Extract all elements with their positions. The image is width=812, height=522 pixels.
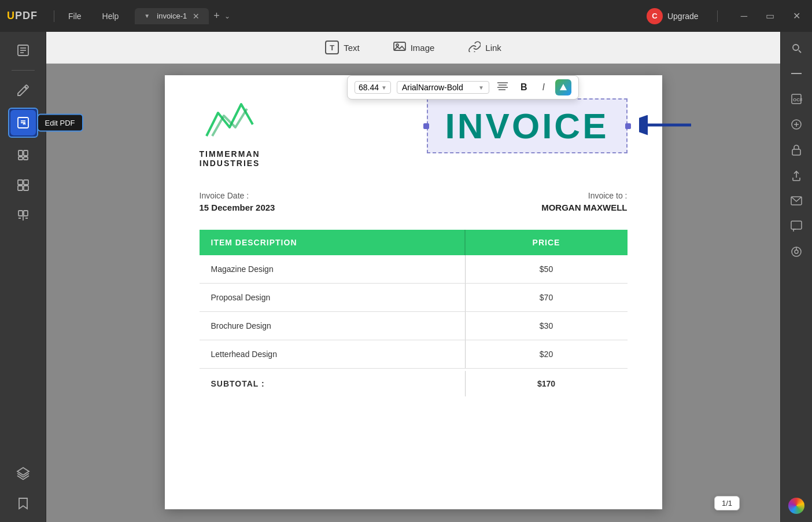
invoice-date-value: 15 December 2023 [200, 203, 275, 212]
tab-name: invoice-1 [157, 12, 187, 20]
logo-svg [201, 98, 259, 145]
company-name: TIMMERMAN INDUSTRIES [200, 149, 260, 168]
sidebar-item-convert[interactable] [10, 203, 36, 228]
svg-rect-11 [18, 180, 23, 185]
invoice-date-section: Invoice Date : 15 December 2023 [200, 191, 275, 212]
table-cell-price-1: $50 [466, 255, 628, 283]
theme-icon [788, 498, 804, 514]
font-size-dropdown-icon[interactable]: ▼ [381, 84, 387, 91]
app-logo: UPDF [7, 10, 38, 22]
right-save-icon[interactable] [786, 241, 807, 262]
svg-rect-15 [19, 211, 23, 216]
table-header-price: PRICE [466, 230, 628, 255]
table-row: Magazine Design $50 [200, 255, 628, 284]
sidebar-item-layers[interactable] [10, 461, 36, 486]
selection-handle-left [423, 123, 429, 129]
font-name-selector[interactable]: ArialNarrow-Bold ▼ [397, 81, 489, 94]
sidebar-item-reader[interactable] [10, 38, 36, 63]
arrow-decoration [639, 111, 697, 142]
italic-button[interactable]: I [538, 81, 549, 94]
table-row: Brochure Design $30 [200, 312, 628, 340]
menu-file[interactable]: File [64, 9, 86, 23]
left-sidebar: Edit PDF [0, 32, 46, 522]
right-lock-icon[interactable] [786, 139, 807, 160]
tab-add-icon[interactable]: + [213, 10, 220, 22]
svg-rect-9 [19, 157, 23, 160]
menu-help[interactable]: Help [98, 9, 124, 23]
minimize-button[interactable]: ─ [736, 9, 752, 24]
right-colorful-icon[interactable] [786, 495, 807, 516]
right-panel-bottom [786, 495, 807, 516]
image-tool-icon [393, 41, 406, 55]
table-header-description: ITEM DESCRIPTION [200, 230, 466, 255]
bold-button[interactable]: B [516, 81, 532, 94]
svg-rect-10 [24, 157, 28, 160]
right-search-icon[interactable] [786, 38, 807, 58]
table-row: Letterhead Design $20 [200, 340, 628, 369]
title-menu: File Help [64, 9, 123, 23]
svg-line-27 [799, 50, 801, 53]
svg-point-39 [795, 250, 798, 253]
invoice-title: INVOICE [445, 105, 609, 146]
invoice-title-box[interactable]: INVOICE [427, 98, 628, 153]
invoice-to-value: MORGAN MAXWELL [541, 203, 627, 212]
pdf-page: TIMMERMAN INDUSTRIES INVOICE [165, 75, 662, 509]
subtotal-value: $170 [466, 371, 628, 396]
right-share-icon[interactable] [786, 165, 807, 186]
main-layout: Edit PDF [0, 32, 812, 522]
table-cell-desc-2: Proposal Design [200, 284, 466, 311]
titlebar: UPDF File Help ▼ invoice-1 ✕ + ⌄ C Upgra… [0, 0, 812, 32]
color-picker-button[interactable] [555, 79, 571, 95]
edit-pdf-tooltip: Edit PDF [37, 114, 83, 132]
sidebar-bottom [10, 461, 36, 516]
table-cell-price-3: $30 [466, 312, 628, 340]
table-row: Proposal Design $70 [200, 284, 628, 312]
subtotal-label: SUBTOTAL : [200, 371, 466, 396]
svg-rect-14 [24, 186, 28, 190]
right-comment-icon[interactable] [786, 216, 807, 237]
selection-handle-right [625, 123, 631, 129]
invoice-table: ITEM DESCRIPTION PRICE Magazine Design $… [200, 230, 628, 396]
toolbar: T Text Image [46, 32, 780, 64]
tab-dropdown-icon: ▼ [144, 13, 150, 19]
text-align-button[interactable] [495, 80, 510, 95]
toolbar-text-btn[interactable]: T Text [317, 37, 368, 58]
pdf-header: TIMMERMAN INDUSTRIES INVOICE [200, 98, 628, 168]
pdf-canvas[interactable]: TIMMERMAN INDUSTRIES INVOICE [46, 64, 780, 522]
sidebar-item-bookmark[interactable] [10, 491, 36, 516]
close-button[interactable]: ✕ [788, 8, 805, 24]
tab-scroll-icon[interactable]: ⌄ [224, 12, 230, 20]
sidebar-item-organize[interactable] [10, 172, 36, 198]
svg-rect-7 [19, 150, 23, 156]
invoice-to-section: Invoice to : MORGAN MAXWELL [541, 191, 627, 212]
right-email-icon[interactable] [786, 190, 807, 211]
subtotal-row: SUBTOTAL : $170 [200, 371, 628, 396]
sidebar-item-pages[interactable] [10, 142, 36, 168]
font-toolbar: 68.44 ▼ ArialNarrow-Bold ▼ B I [347, 75, 579, 100]
svg-rect-8 [24, 150, 28, 156]
sidebar-item-annotate[interactable] [10, 78, 36, 103]
right-recognize-icon[interactable] [786, 114, 807, 135]
table-header: ITEM DESCRIPTION PRICE [200, 230, 628, 255]
svg-rect-13 [18, 186, 23, 190]
table-cell-desc-4: Letterhead Design [200, 340, 466, 368]
maximize-button[interactable]: ▭ [761, 8, 779, 24]
svg-rect-12 [24, 180, 28, 185]
right-ocr-icon[interactable]: OCR [786, 89, 807, 109]
invoice-date-label: Invoice Date : [200, 191, 275, 200]
right-zoom-out-icon[interactable] [786, 63, 807, 84]
table-cell-price-4: $20 [466, 340, 628, 368]
text-tool-icon: T [325, 41, 339, 54]
table-cell-price-2: $70 [466, 284, 628, 311]
tab-close-icon[interactable]: ✕ [193, 12, 200, 21]
font-size-selector[interactable]: 68.44 ▼ [355, 81, 391, 94]
tab-invoice[interactable]: ▼ invoice-1 ✕ [135, 8, 209, 24]
toolbar-link-btn[interactable]: Link [460, 37, 510, 58]
toolbar-image-btn[interactable]: Image [385, 37, 443, 58]
page-number-badge: 1/1 [714, 496, 740, 510]
win-divider [717, 10, 718, 22]
font-name-dropdown-icon[interactable]: ▼ [478, 84, 484, 91]
sidebar-item-edit[interactable] [8, 108, 38, 138]
user-avatar: C [647, 8, 663, 24]
upgrade-button[interactable]: C Upgrade [647, 8, 699, 24]
